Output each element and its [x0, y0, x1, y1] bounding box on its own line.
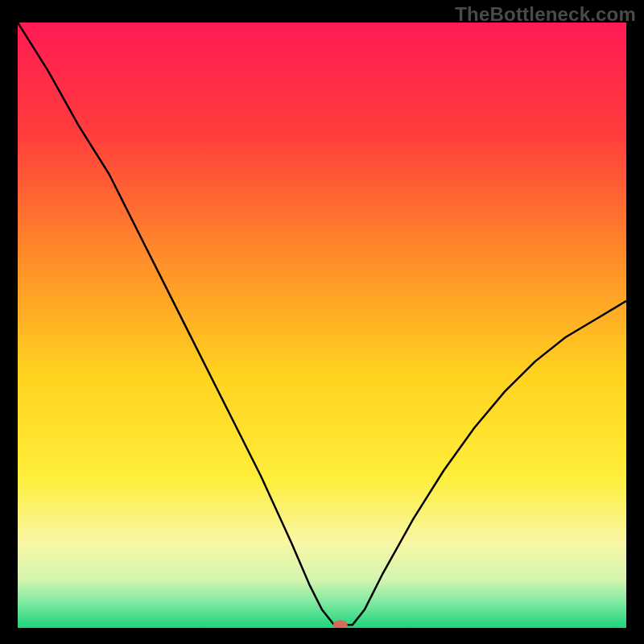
watermark-text: TheBottleneck.com	[455, 3, 636, 26]
plot-area	[18, 23, 626, 628]
chart-frame: TheBottleneck.com	[0, 0, 644, 644]
gradient-background	[18, 23, 626, 628]
bottleneck-chart-svg	[18, 23, 626, 628]
